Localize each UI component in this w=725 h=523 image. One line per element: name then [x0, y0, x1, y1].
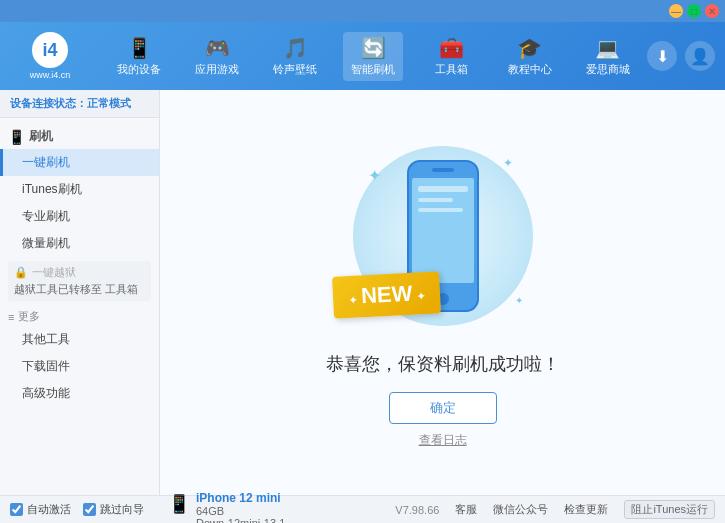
notice-title: 🔒 一键越狱	[14, 265, 145, 280]
my-device-icon: 📱	[127, 36, 152, 60]
nav-toolbox-label: 工具箱	[435, 62, 468, 77]
device-system: Down-12mini-13,1	[196, 517, 285, 524]
tutorial-icon: 🎓	[517, 36, 542, 60]
success-illustration: ✦ ✦ ✦ NEW	[343, 136, 543, 336]
stop-itunes-button[interactable]: 阻止iTunes运行	[624, 500, 715, 519]
skip-guide-checkbox[interactable]: 跳过向导	[83, 502, 144, 517]
nav-wallpaper[interactable]: 🎵 铃声壁纸	[265, 32, 325, 81]
star-bottom-right: ✦	[515, 295, 523, 306]
bottom-right: V7.98.66 客服 微信公众号 检查更新	[395, 502, 608, 517]
new-ribbon-text: NEW	[331, 271, 440, 319]
bottombar: 自动激活 跳过向导 📱 iPhone 12 mini 64GB Down-12m…	[0, 495, 725, 523]
wallpaper-icon: 🎵	[283, 36, 308, 60]
skip-guide-input[interactable]	[83, 503, 96, 516]
svg-rect-4	[418, 208, 463, 212]
nav-bar: 📱 我的设备 🎮 应用游戏 🎵 铃声壁纸 🔄 智能刷机 🧰 工具箱 🎓 教程中心…	[100, 32, 647, 81]
sidebar-item-pro-flash[interactable]: 专业刷机	[0, 203, 159, 230]
device-info: iPhone 12 mini 64GB Down-12mini-13,1	[196, 491, 285, 524]
check-update-link[interactable]: 检查更新	[564, 502, 608, 517]
content-area: ✦ ✦ ✦ NEW 恭喜您，保资料刷机成功啦！ 确定	[160, 90, 725, 495]
logo-icon: i4	[32, 32, 68, 68]
sidebar-item-save-flash[interactable]: 微量刷机	[0, 230, 159, 257]
more-icon: ≡	[8, 311, 14, 323]
more-section-divider: ≡ 更多	[0, 305, 159, 326]
device-phone-icon: 📱	[168, 493, 190, 515]
auto-connect-checkbox[interactable]: 自动激活	[10, 502, 71, 517]
star-top-right: ✦	[503, 156, 513, 170]
logo-url: www.i4.cn	[30, 70, 71, 80]
skip-guide-label: 跳过向导	[100, 502, 144, 517]
confirm-button[interactable]: 确定	[389, 392, 497, 424]
logo: i4 www.i4.cn	[10, 32, 90, 80]
nav-smart-flash[interactable]: 🔄 智能刷机	[343, 32, 403, 81]
auto-connect-label: 自动激活	[27, 502, 71, 517]
nav-toolbox[interactable]: 🧰 工具箱	[422, 32, 482, 81]
nav-tutorial[interactable]: 🎓 教程中心	[500, 32, 560, 81]
user-button[interactable]: 👤	[685, 41, 715, 71]
header: i4 www.i4.cn 📱 我的设备 🎮 应用游戏 🎵 铃声壁纸 🔄 智能刷机…	[0, 22, 725, 90]
bottom-left: 自动激活 跳过向导	[10, 502, 144, 517]
more-label: 更多	[18, 309, 40, 324]
wechat-link[interactable]: 微信公众号	[493, 502, 548, 517]
apps-games-icon: 🎮	[205, 36, 230, 60]
notice-content: 越狱工具已转移至 工具箱	[14, 282, 145, 297]
status-label: 设备连接状态：	[10, 97, 87, 109]
service-link[interactable]: 客服	[455, 502, 477, 517]
sidebar-item-itunes-flash[interactable]: iTunes刷机	[0, 176, 159, 203]
sidebar-item-one-key-flash[interactable]: 一键刷机	[0, 149, 159, 176]
nav-store-label: 爱思商城	[586, 62, 630, 77]
download-button[interactable]: ⬇	[647, 41, 677, 71]
svg-rect-2	[418, 186, 468, 192]
svg-rect-3	[418, 198, 453, 202]
flash-section-icon: 📱	[8, 129, 25, 145]
star-top-left: ✦	[368, 166, 381, 185]
sidebar-item-advanced[interactable]: 高级功能	[0, 380, 159, 407]
nav-apps-games[interactable]: 🎮 应用游戏	[187, 32, 247, 81]
nav-my-device-label: 我的设备	[117, 62, 161, 77]
new-badge: NEW	[333, 274, 440, 316]
goto-daily-link[interactable]: 查看日志	[419, 432, 467, 449]
minimize-button[interactable]: —	[669, 4, 683, 18]
device-row: 📱 iPhone 12 mini 64GB Down-12mini-13,1	[168, 491, 285, 524]
nav-tutorial-label: 教程中心	[508, 62, 552, 77]
svg-rect-1	[412, 178, 474, 283]
device-capacity: 64GB	[196, 505, 285, 517]
device-name: iPhone 12 mini	[196, 491, 285, 505]
main-area: 设备连接状态：正常模式 📱 刷机 一键刷机 iTunes刷机 专业刷机 微量刷机…	[0, 90, 725, 495]
toolbox-icon: 🧰	[439, 36, 464, 60]
sidebar: 设备连接状态：正常模式 📱 刷机 一键刷机 iTunes刷机 专业刷机 微量刷机…	[0, 90, 160, 495]
maximize-button[interactable]: □	[687, 4, 701, 18]
connection-status: 设备连接状态：正常模式	[0, 90, 159, 118]
nav-store[interactable]: 💻 爱思商城	[578, 32, 638, 81]
header-actions: ⬇ 👤	[647, 41, 715, 71]
flash-section-header: 📱 刷机	[0, 122, 159, 149]
status-value: 正常模式	[87, 97, 131, 109]
smart-flash-icon: 🔄	[361, 36, 386, 60]
sidebar-item-download-firmware[interactable]: 下载固件	[0, 353, 159, 380]
sidebar-item-other-tools[interactable]: 其他工具	[0, 326, 159, 353]
titlebar: — □ ✕	[0, 0, 725, 22]
svg-rect-6	[432, 168, 454, 172]
nav-smart-flash-label: 智能刷机	[351, 62, 395, 77]
success-title: 恭喜您，保资料刷机成功啦！	[326, 352, 560, 376]
nav-wallpaper-label: 铃声壁纸	[273, 62, 317, 77]
flash-section-label: 刷机	[29, 128, 53, 145]
notice-group: 🔒 一键越狱 越狱工具已转移至 工具箱	[8, 261, 151, 301]
close-button[interactable]: ✕	[705, 4, 719, 18]
nav-my-device[interactable]: 📱 我的设备	[109, 32, 169, 81]
auto-connect-input[interactable]	[10, 503, 23, 516]
nav-apps-games-label: 应用游戏	[195, 62, 239, 77]
store-icon: 💻	[595, 36, 620, 60]
version-number: V7.98.66	[395, 504, 439, 516]
